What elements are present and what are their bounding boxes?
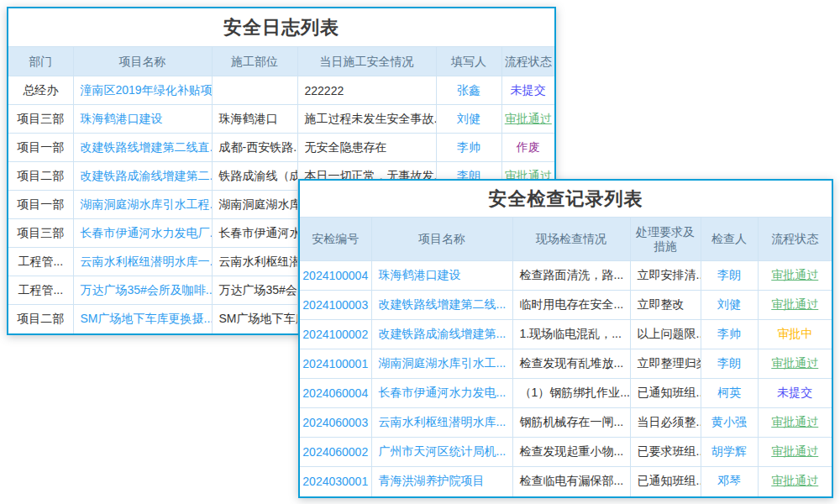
- text-cell: 当日必须整...: [630, 408, 701, 438]
- link-cell[interactable]: 长春市伊通河水力发电...: [371, 379, 512, 408]
- link-cell[interactable]: 李帅: [436, 134, 501, 162]
- status-cell[interactable]: 审批通过: [758, 349, 832, 379]
- link-cell[interactable]: 云南水利枢纽潜明水库一...: [73, 248, 212, 276]
- text-cell: 项目二部: [8, 305, 73, 333]
- link-cell[interactable]: 云南水利枢纽潜明水库...: [371, 408, 512, 438]
- table-row: 2024100004珠海鹤港口建设检查路面清洗，路...立即安排清...李朗审批…: [300, 261, 832, 291]
- link-cell[interactable]: 2024060003: [300, 408, 371, 438]
- inspection-record-panel: 安全检查记录列表 安检编号 项目名称 现场检查情况 处理要求及措施 检查人 流程…: [298, 179, 833, 498]
- status-cell[interactable]: 审批通过: [758, 261, 832, 291]
- text-cell: 1.现场临电混乱，...: [512, 320, 630, 349]
- text-cell: 云南水利枢纽潜...: [212, 248, 297, 276]
- safety-log-title: 安全日志列表: [8, 8, 554, 46]
- text-cell: 临时用电存在安全...: [512, 291, 630, 320]
- col-header-department: 部门: [8, 47, 73, 76]
- text-cell: 检查临电有漏保部...: [512, 467, 630, 496]
- text-cell: 项目三部: [8, 219, 73, 248]
- link-cell[interactable]: 2024100004: [300, 261, 371, 291]
- link-cell[interactable]: 改建铁路成渝线增建第二...: [73, 162, 212, 191]
- link-cell[interactable]: 2024060002: [300, 438, 371, 467]
- text-cell: [212, 76, 297, 105]
- text-cell: 检查发现有乱堆放...: [512, 349, 630, 379]
- link-cell[interactable]: 2024100002: [300, 320, 371, 349]
- status-cell[interactable]: 审批通过: [758, 438, 832, 467]
- link-cell[interactable]: 邓琴: [701, 467, 758, 496]
- table-row: 2024100003改建铁路线增建第二线...临时用电存在安全...立即整改刘健…: [300, 291, 832, 320]
- table-row: 2024030001青海洪湖养护院项目检查临电有漏保部...已通知班组...邓琴…: [300, 467, 832, 496]
- link-cell[interactable]: 珠海鹤港口建设: [371, 261, 512, 291]
- link-cell[interactable]: 李朗: [701, 349, 758, 379]
- link-cell[interactable]: 湖南洞庭湖水库引水工程...: [73, 191, 212, 219]
- status-cell[interactable]: 审批通过: [501, 105, 554, 134]
- inspection-header-row: 安检编号 项目名称 现场检查情况 处理要求及措施 检查人 流程状态: [300, 218, 832, 261]
- text-cell: 长春市伊通河水...: [212, 219, 297, 248]
- status-cell: 作废: [501, 134, 554, 162]
- status-cell[interactable]: 审批通过: [758, 408, 832, 438]
- link-cell[interactable]: 湖南洞庭湖水库引水工...: [371, 349, 512, 379]
- status-cell: 审批中: [758, 320, 832, 349]
- link-cell[interactable]: 刘健: [436, 105, 501, 134]
- link-cell[interactable]: SM广场地下车库更换摄...: [73, 305, 212, 333]
- col-header-filler: 填写人: [436, 47, 501, 76]
- text-cell: 检查路面清洗，路...: [512, 261, 630, 291]
- col-header-flow-status: 流程状态: [501, 47, 554, 76]
- text-cell: 已通知班组...: [630, 467, 701, 496]
- text-cell: 湖南洞庭湖水库: [212, 191, 297, 219]
- table-row: 2024060004长春市伊通河水力发电...（1）钢筋绑扎作业...已通知班组…: [300, 379, 832, 408]
- inspection-table-body: 2024100004珠海鹤港口建设检查路面清洗，路...立即安排清...李朗审批…: [300, 261, 832, 496]
- col-header-site-check: 现场检查情况: [512, 218, 630, 261]
- link-cell[interactable]: 2024100001: [300, 349, 371, 379]
- link-cell[interactable]: 改建铁路成渝线增建第...: [371, 320, 512, 349]
- status-cell[interactable]: 审批通过: [758, 291, 832, 320]
- text-cell: 珠海鹤港口: [212, 105, 297, 134]
- table-row: 2024060002广州市天河区统计局机...检查发现起重小物...已要求班组.…: [300, 438, 832, 467]
- table-row: 项目三部珠海鹤港口建设珠海鹤港口施工过程未发生安全事故...刘健审批通过: [8, 105, 554, 134]
- link-cell[interactable]: 2024100003: [300, 291, 371, 320]
- text-cell: 铁路成渝线（成...: [212, 162, 297, 191]
- text-cell: 已通知班组...: [630, 379, 701, 408]
- text-cell: 钢筋机械存在一闸...: [512, 408, 630, 438]
- table-row: 2024100001湖南洞庭湖水库引水工...检查发现有乱堆放...立即整理归类…: [300, 349, 832, 379]
- col-header-inspector: 检查人: [701, 218, 758, 261]
- link-cell[interactable]: 黄小强: [701, 408, 758, 438]
- link-cell[interactable]: 珠海鹤港口建设: [73, 105, 212, 134]
- col-header-construction-part: 施工部位: [212, 47, 297, 76]
- text-cell: 项目一部: [8, 191, 73, 219]
- link-cell[interactable]: 改建铁路线增建第二线...: [371, 291, 512, 320]
- link-cell[interactable]: 改建铁路线增建第二线直...: [73, 134, 212, 162]
- link-cell[interactable]: 长春市伊通河水力发电厂...: [73, 219, 212, 248]
- text-cell: 项目二部: [8, 162, 73, 191]
- text-cell: 施工过程未发生安全事故...: [297, 105, 436, 134]
- col-header-inspection-id: 安检编号: [300, 218, 371, 261]
- col-header-project-name: 项目名称: [371, 218, 512, 261]
- link-cell[interactable]: 李朗: [701, 261, 758, 291]
- link-cell[interactable]: 广州市天河区统计局机...: [371, 438, 512, 467]
- link-cell[interactable]: 2024060004: [300, 379, 371, 408]
- text-cell: SM广场地下车库: [212, 305, 297, 333]
- link-cell[interactable]: 青海洪湖养护院项目: [371, 467, 512, 496]
- text-cell: 检查发现起重小物...: [512, 438, 630, 467]
- table-row: 总经办潼南区2019年绿化补贴项...222222张鑫未提交: [8, 76, 554, 105]
- text-cell: 立即整理归类: [630, 349, 701, 379]
- text-cell: 立即整改: [630, 291, 701, 320]
- text-cell: 项目一部: [8, 134, 73, 162]
- text-cell: 项目三部: [8, 105, 73, 134]
- link-cell[interactable]: 刘健: [701, 291, 758, 320]
- text-cell: 工程管...: [8, 248, 73, 276]
- link-cell[interactable]: 万达广场35#会所及咖啡...: [73, 276, 212, 305]
- col-header-measures: 处理要求及措施: [630, 218, 701, 261]
- text-cell: 工程管...: [8, 276, 73, 305]
- text-cell: 成都-西安铁路...: [212, 134, 297, 162]
- text-cell: 已要求班组...: [630, 438, 701, 467]
- status-cell[interactable]: 审批通过: [758, 467, 832, 496]
- link-cell[interactable]: 2024030001: [300, 467, 371, 496]
- link-cell[interactable]: 潼南区2019年绿化补贴项...: [73, 76, 212, 105]
- link-cell[interactable]: 柯英: [701, 379, 758, 408]
- link-cell[interactable]: 胡学辉: [701, 438, 758, 467]
- inspection-record-title: 安全检查记录列表: [300, 181, 832, 217]
- link-cell[interactable]: 李帅: [701, 320, 758, 349]
- link-cell[interactable]: 张鑫: [436, 76, 501, 105]
- text-cell: 万达广场35#会...: [212, 276, 297, 305]
- text-cell: 总经办: [8, 76, 73, 105]
- table-row: 项目一部改建铁路线增建第二线直...成都-西安铁路...无安全隐患存在李帅作废: [8, 134, 554, 162]
